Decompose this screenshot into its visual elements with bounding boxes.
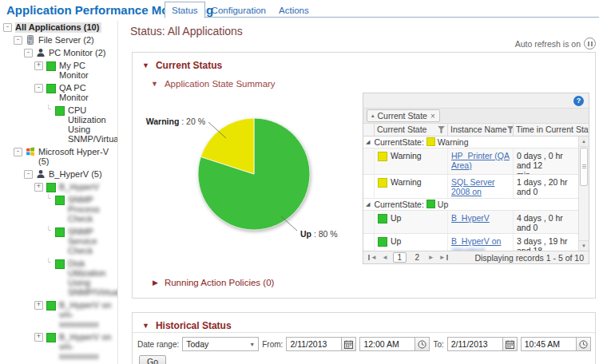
tree-collapse-icon[interactable]: - <box>14 148 22 156</box>
tree-collapse-icon[interactable]: - <box>3 23 12 32</box>
group-row-warning[interactable]: ◢CurrentState:Warning <box>363 136 580 148</box>
instance-link[interactable]: B_HyperV on <box>451 236 510 247</box>
collapse-triangle-icon[interactable]: ▼ <box>151 80 158 88</box>
running-action-policies[interactable]: ▶ Running Action Policies (0) <box>153 278 274 287</box>
current-state-cell: Up <box>375 234 448 251</box>
auto-refresh-label: Auto refresh is on <box>515 39 581 49</box>
tree-item[interactable]: -Microsoft Hyper-V (5) <box>14 147 117 167</box>
tree-collapse-icon[interactable]: - <box>24 170 33 179</box>
calendar-icon[interactable] <box>502 337 518 351</box>
to-label: To: <box>433 340 443 349</box>
tree-item-label: SNMP ServiceCheck <box>68 227 117 256</box>
tree-item[interactable]: └Disk UtilizationUsing SNMP/Virtual <box>45 259 117 298</box>
tree-item[interactable]: +B_HyperV <box>34 182 117 192</box>
pager-first-button[interactable]: ◄ <box>368 254 377 261</box>
clock-icon[interactable] <box>576 337 591 351</box>
scroll-up-icon[interactable]: ▲ <box>579 136 589 147</box>
column-label: Instance Name <box>450 125 507 134</box>
tree-item[interactable]: └CPU UtilizationUsing SNMP/Virtual <box>45 105 117 144</box>
tree-item[interactable]: -B_HyperV (5) <box>24 169 117 180</box>
application-state-summary-title: Application State Summary <box>165 79 276 89</box>
pager-page-2[interactable]: 2 <box>411 253 423 262</box>
pager-prev-button[interactable]: ◄ <box>382 254 388 261</box>
filter-icon[interactable] <box>507 126 514 133</box>
tree-item[interactable]: -All Applications (10) <box>3 22 117 33</box>
pause-icon[interactable] <box>584 38 596 49</box>
column-header-current-state[interactable]: Current State <box>375 124 448 136</box>
state-label: Up <box>391 213 401 223</box>
scroll-down-icon[interactable]: ▼ <box>579 240 589 251</box>
vertical-scrollbar[interactable]: ▲ ▼ <box>578 136 589 251</box>
instance-name-cell: SQL Server 2008 on192.168.3.232 <box>448 175 514 198</box>
group-collapse-icon[interactable]: ◢ <box>366 139 370 145</box>
tree-expand-icon[interactable]: + <box>34 183 43 192</box>
tab-configuration[interactable]: Configuration <box>205 2 272 18</box>
instance-link[interactable]: SQL Server 2008 on <box>451 177 510 197</box>
sidebar-divider <box>117 21 118 364</box>
filter-icon[interactable] <box>438 126 445 133</box>
to-date-input[interactable] <box>447 337 502 351</box>
tab-status[interactable]: Status <box>165 2 205 18</box>
state-square-icon <box>378 152 387 161</box>
tree-collapse-icon[interactable]: - <box>14 36 22 45</box>
current-status-header[interactable]: ▼ Current Status <box>142 60 222 71</box>
instance-link[interactable]: HP_Printer (QA Area) <box>451 151 510 171</box>
tree-item[interactable]: └SNMP ServiceCheck <box>45 227 117 256</box>
person-icon <box>36 169 46 179</box>
tree-item[interactable]: +B_HyperV on vm-xxxxxxxxx <box>34 300 117 330</box>
tab-actions[interactable]: Actions <box>272 2 315 18</box>
pager-last-button[interactable]: ► <box>439 254 448 261</box>
help-icon[interactable]: ? <box>573 96 584 106</box>
current-status-panel: ▼ Current Status ▼ Application State Sum… <box>132 52 596 299</box>
application-state-summary-header[interactable]: ▼ Application State Summary <box>151 79 276 89</box>
column-label: Current State <box>377 125 426 134</box>
column-header-instance-name[interactable]: Instance Name <box>448 124 514 136</box>
pager-page-1[interactable]: 1 <box>393 252 407 263</box>
date-range-label: Date range: <box>137 340 179 349</box>
state-square-icon <box>378 214 387 224</box>
to-time-input[interactable] <box>521 337 576 351</box>
group-collapse-icon[interactable]: ◢ <box>366 201 370 208</box>
calendar-icon[interactable] <box>341 337 356 351</box>
tree-item[interactable]: -File Server (2) <box>14 35 117 46</box>
close-icon[interactable]: × <box>430 112 435 121</box>
tree-collapse-icon[interactable]: - <box>24 49 33 57</box>
group-label: CurrentState:Up <box>374 200 448 209</box>
group-label: CurrentState:Warning <box>374 137 468 147</box>
tree-expand-icon[interactable]: + <box>34 333 43 342</box>
tree-expand-icon[interactable]: + <box>34 61 43 70</box>
instance-link[interactable]: B_HyperV <box>451 213 510 224</box>
group-chip-current-state[interactable]: ▴ Current State × <box>367 109 440 122</box>
go-button[interactable]: Go <box>139 355 166 364</box>
historical-toolbar: Date range: Today ▼ From: To: <box>137 337 591 351</box>
tree-item[interactable]: └SNMP ProcessCheck <box>45 195 117 224</box>
tree-item[interactable]: -QA PC Monitor <box>34 83 117 103</box>
time-in-state-cell: 4 days , 0 hr and 0min <box>514 211 580 233</box>
tree-item-label: QA PC Monitor <box>59 83 117 103</box>
tree-item-label: File Server (2) <box>38 35 97 46</box>
collapse-triangle-icon[interactable]: ▼ <box>142 322 149 330</box>
collapse-triangle-icon[interactable]: ▼ <box>142 61 149 69</box>
group-row-up[interactable]: ◢CurrentState:Up <box>363 199 580 211</box>
historical-status-header[interactable]: ▼ Historical Status <box>142 320 232 331</box>
pie-slice-up <box>198 118 310 230</box>
from-date-input[interactable] <box>286 337 341 351</box>
expand-triangle-icon[interactable]: ▶ <box>153 279 158 287</box>
instance-link[interactable]: stevetest <box>451 246 510 251</box>
tree-collapse-icon[interactable]: - <box>34 84 43 93</box>
tree-item-label: Microsoft Hyper-V (5) <box>38 147 117 167</box>
time-in-state-cell: 1 days , 20 hr and 0min <box>514 175 580 198</box>
tree-expand-icon[interactable]: + <box>34 301 43 310</box>
date-range-select[interactable]: Today ▼ <box>182 337 259 351</box>
instance-link[interactable]: 192.168.3.232 <box>451 197 510 198</box>
clock-icon[interactable] <box>415 337 430 351</box>
column-header-time-in-current-state[interactable]: Time in Current State <box>514 124 589 136</box>
tree-item[interactable]: +B_HyperV on vm-xxxxxxxxx <box>34 332 117 362</box>
tree-item[interactable]: +My PC Monitor <box>34 61 117 81</box>
state-square-icon <box>378 178 387 188</box>
pager-next-button[interactable]: ► <box>428 254 434 261</box>
from-label: From: <box>262 340 283 349</box>
tree-item[interactable]: -PC Monitor (2) <box>24 48 117 58</box>
from-time-input[interactable] <box>359 337 415 351</box>
scrollbar-thumb[interactable] <box>580 148 588 186</box>
